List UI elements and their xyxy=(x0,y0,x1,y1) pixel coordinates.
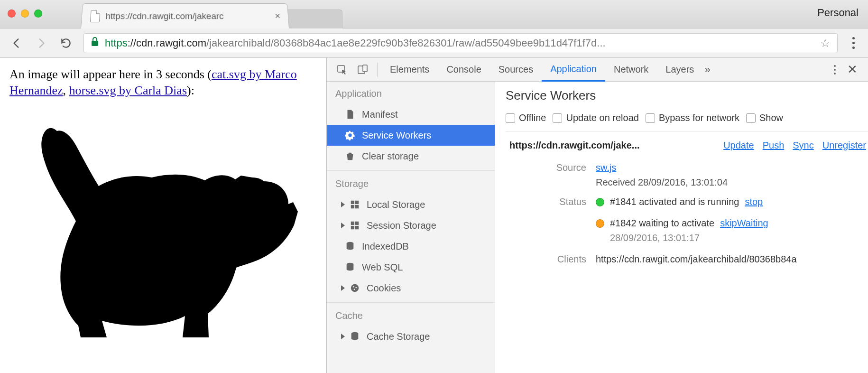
database-icon xyxy=(345,262,355,272)
svg-rect-0 xyxy=(92,41,98,46)
svg-point-16 xyxy=(355,287,357,289)
svg-rect-10 xyxy=(351,226,354,229)
sw-clients-value: https://cdn.rawgit.com/jakearchibald/803… xyxy=(596,254,797,265)
grid-icon xyxy=(350,199,360,210)
cookie-icon xyxy=(350,283,360,293)
devtools-menu-button[interactable] xyxy=(834,65,836,75)
address-bar[interactable]: https://cdn.rawgit.com/jakearchibald/803… xyxy=(83,33,838,53)
svg-rect-7 xyxy=(355,205,359,208)
sw-source-label: Source xyxy=(506,162,596,173)
file-icon xyxy=(90,10,101,22)
svg-rect-11 xyxy=(355,226,359,229)
sidebar-item-clear-storage[interactable]: Clear storage xyxy=(327,146,495,167)
sidebar-group-cache: Cache xyxy=(327,302,495,326)
svg-rect-3 xyxy=(363,65,367,72)
svg-point-14 xyxy=(351,284,359,292)
sidebar-item-service-workers[interactable]: Service Workers xyxy=(327,125,495,146)
service-workers-panel: Service Workers Offline Update on reload… xyxy=(495,82,868,373)
status-dot-active-icon xyxy=(596,198,604,206)
svg-rect-4 xyxy=(351,201,354,204)
svg-point-15 xyxy=(353,286,354,288)
fullscreen-window-button[interactable] xyxy=(34,9,42,18)
page-text: An image will appear here in 3 seconds ( xyxy=(9,67,212,81)
sw-sync-link[interactable]: Sync xyxy=(793,140,813,151)
database-icon xyxy=(350,331,360,342)
devtools-panel: Elements Console Sources Application Net… xyxy=(326,58,868,373)
sw-source-link[interactable]: sw.js xyxy=(596,162,616,173)
disclosure-triangle-icon[interactable] xyxy=(341,334,345,339)
browser-tab[interactable]: https://cdn.rawgit.com/jakearc × xyxy=(81,3,289,28)
sidebar-item-session-storage[interactable]: Session Storage xyxy=(327,215,495,236)
reload-button[interactable] xyxy=(59,36,73,50)
gear-icon xyxy=(345,130,355,140)
link-horse-svg[interactable]: horse.svg by Carla Dias xyxy=(69,84,187,97)
devtools-tabbar: Elements Console Sources Application Net… xyxy=(327,58,868,82)
tab-network[interactable]: Network xyxy=(605,58,657,82)
panel-title: Service Workers xyxy=(506,88,868,103)
disclosure-triangle-icon[interactable] xyxy=(341,202,345,207)
sidebar-item-websql[interactable]: Web SQL xyxy=(327,257,495,278)
sw-clients-label: Clients xyxy=(506,254,596,265)
sidebar-group-storage: Storage xyxy=(327,170,495,194)
close-window-button[interactable] xyxy=(8,9,16,18)
sw-origin: https://cdn.rawgit.com/jake... xyxy=(509,140,640,151)
update-on-reload-checkbox[interactable]: Update on reload xyxy=(553,112,638,123)
show-all-checkbox[interactable]: Show xyxy=(746,112,783,123)
disclosure-triangle-icon[interactable] xyxy=(341,223,345,228)
minimize-window-button[interactable] xyxy=(21,9,29,18)
tab-console[interactable]: Console xyxy=(438,58,489,82)
lock-icon xyxy=(91,37,99,49)
new-tab-button[interactable] xyxy=(286,9,342,28)
browser-menu-button[interactable] xyxy=(848,37,859,49)
close-tab-icon[interactable]: × xyxy=(275,11,281,22)
tab-sources[interactable]: Sources xyxy=(490,58,542,82)
sw-skipwaiting-link[interactable]: skipWaiting xyxy=(720,218,768,229)
window-controls xyxy=(8,9,42,18)
bypass-for-network-checkbox[interactable]: Bypass for network xyxy=(646,112,739,123)
offline-checkbox[interactable]: Offline xyxy=(506,112,546,123)
sw-options-row: Offline Update on reload Bypass for netw… xyxy=(506,110,868,131)
inspect-element-icon[interactable] xyxy=(334,62,350,77)
grid-icon xyxy=(350,220,360,231)
tab-application[interactable]: Application xyxy=(542,58,605,82)
svg-rect-6 xyxy=(351,205,354,208)
sidebar-item-cookies[interactable]: Cookies xyxy=(327,278,495,298)
bookmark-star-icon[interactable]: ☆ xyxy=(820,37,831,50)
disclosure-triangle-icon[interactable] xyxy=(341,285,345,291)
browser-tab-strip: https://cdn.rawgit.com/jakearc × Persona… xyxy=(0,0,868,28)
devtools-sidebar: Application Manifest Service Workers Cle… xyxy=(327,82,495,373)
status-dot-waiting-icon xyxy=(596,219,604,228)
tab-layers[interactable]: Layers xyxy=(657,58,702,82)
sw-status-1: #1841 activated and is running xyxy=(610,196,739,207)
sw-update-link[interactable]: Update xyxy=(723,140,754,151)
profile-label[interactable]: Personal xyxy=(817,7,859,19)
sidebar-item-local-storage[interactable]: Local Storage xyxy=(327,194,495,215)
svg-rect-8 xyxy=(351,222,354,225)
tab-title: https://cdn.rawgit.com/jakearc xyxy=(105,11,269,21)
cat-image xyxy=(9,103,317,344)
tab-elements[interactable]: Elements xyxy=(381,58,438,82)
sw-unregister-link[interactable]: Unregister xyxy=(822,140,866,151)
svg-rect-9 xyxy=(355,222,359,225)
sw-status-2-time: 28/09/2016, 13:01:17 xyxy=(610,233,700,243)
svg-point-17 xyxy=(354,289,355,290)
database-icon xyxy=(345,241,355,252)
sw-push-link[interactable]: Push xyxy=(763,140,785,151)
toolbar: https://cdn.rawgit.com/jakearchibald/803… xyxy=(0,28,868,58)
sw-status-2: #1842 waiting to activate xyxy=(610,218,714,229)
url-text: https://cdn.rawgit.com/jakearchibald/803… xyxy=(105,37,606,49)
devtools-close-icon[interactable]: ✕ xyxy=(847,62,858,77)
svg-rect-5 xyxy=(355,201,359,204)
page-content: An image will appear here in 3 seconds (… xyxy=(0,58,326,373)
sidebar-item-manifest[interactable]: Manifest xyxy=(327,104,495,125)
trash-icon xyxy=(345,151,355,161)
document-icon xyxy=(345,109,355,120)
back-button[interactable] xyxy=(9,36,24,50)
sw-status-label: Status xyxy=(506,196,596,207)
sw-stop-link[interactable]: stop xyxy=(745,196,763,207)
tabs-overflow-icon[interactable]: » xyxy=(704,64,710,76)
forward-button[interactable] xyxy=(34,36,48,50)
sidebar-item-indexeddb[interactable]: IndexedDB xyxy=(327,236,495,257)
sidebar-item-cache-storage[interactable]: Cache Storage xyxy=(327,326,495,347)
device-toolbar-icon[interactable] xyxy=(355,62,370,77)
